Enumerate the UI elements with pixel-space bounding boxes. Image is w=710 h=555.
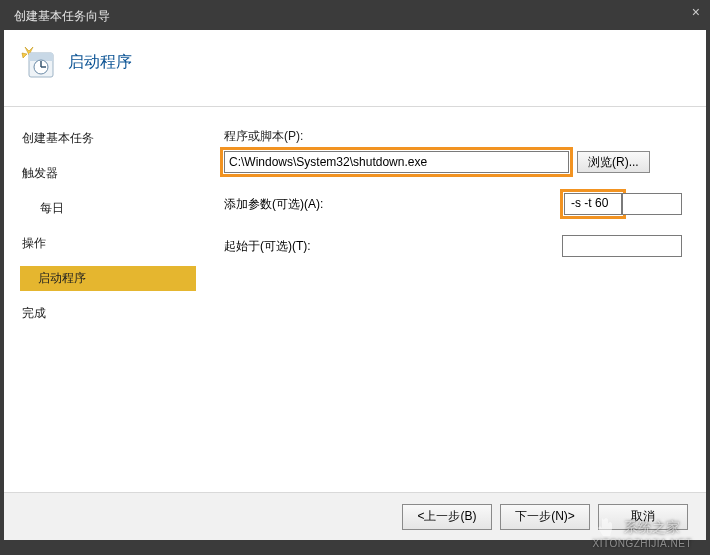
args-input-extra[interactable] [622, 193, 682, 215]
program-label: 程序或脚本(P): [224, 128, 682, 145]
sidebar-step-action-startprogram[interactable]: 启动程序 [20, 266, 196, 291]
program-input[interactable] [224, 151, 569, 173]
cancel-button[interactable]: 取消 [598, 504, 688, 530]
svg-marker-1 [22, 53, 27, 58]
startdir-input[interactable] [562, 235, 682, 257]
sidebar-step-finish[interactable]: 完成 [22, 301, 196, 326]
window-titlebar: 创建基本任务向导 × [4, 4, 706, 30]
wizard-icon [20, 44, 56, 80]
close-icon[interactable]: × [692, 4, 700, 20]
wizard-sidebar: 创建基本任务 触发器 每日 操作 启动程序 完成 [4, 110, 196, 492]
back-button[interactable]: <上一步(B) [402, 504, 492, 530]
sidebar-step-action[interactable]: 操作 [22, 231, 196, 256]
browse-button[interactable]: 浏览(R)... [577, 151, 650, 173]
args-label: 添加参数(可选)(A): [224, 196, 354, 213]
dialog-content: 启动程序 创建基本任务 触发器 每日 操作 启动程序 完成 程序或脚本(P): [4, 30, 706, 540]
sidebar-step-trigger[interactable]: 触发器 [22, 161, 196, 186]
next-button[interactable]: 下一步(N)> [500, 504, 590, 530]
wizard-header: 启动程序 [4, 30, 706, 107]
wizard-footer: <上一步(B) 下一步(N)> 取消 [4, 492, 706, 540]
page-title: 启动程序 [68, 52, 132, 73]
args-input[interactable]: -s -t 60 [564, 193, 622, 215]
window-title: 创建基本任务向导 [14, 9, 110, 23]
form-area: 程序或脚本(P): 浏览(R)... 添加参数(可选)(A): -s -t 60 [196, 110, 706, 492]
sidebar-step-trigger-daily[interactable]: 每日 [22, 196, 196, 221]
sidebar-step-create[interactable]: 创建基本任务 [22, 126, 196, 151]
startdir-label: 起始于(可选)(T): [224, 238, 354, 255]
